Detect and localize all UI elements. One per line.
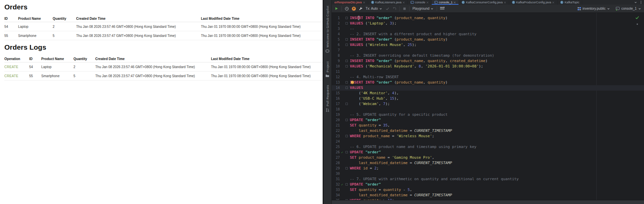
code-line-31[interactable]: 31-- 7. UPDATE with arithmetic on quanti… <box>332 176 644 182</box>
table-cell: 2 <box>73 65 95 69</box>
code-line-8[interactable]: 8-- 3. INSERT overriding one default tim… <box>332 53 644 58</box>
code-line-19[interactable]: 19-- 5. UPDATE quantity for a specific p… <box>332 112 644 117</box>
gutter-spacer <box>340 85 344 91</box>
fold-marker-icon[interactable] <box>344 134 348 139</box>
code-line-3[interactable]: 3-- <box>332 26 644 32</box>
stripe-label: Project <box>326 61 329 72</box>
close-icon[interactable] <box>504 1 506 4</box>
close-icon[interactable] <box>402 1 405 4</box>
class-icon: C <box>371 1 374 4</box>
close-icon[interactable] <box>552 1 554 4</box>
code-line-24[interactable]: 24 <box>332 139 644 144</box>
table-cell: Laptop <box>18 25 53 29</box>
fold-marker-icon[interactable] <box>344 15 348 21</box>
editor-tab-KafkaProducerConfig.java[interactable]: CKafkaProducerConfig.java <box>509 0 558 5</box>
code-text: INSERT INTO "order" (product_name, quant… <box>350 37 447 42</box>
code-line-4[interactable]: 4-- 2. INSERT with a different product a… <box>332 32 644 37</box>
postgres-icon[interactable]: P <box>352 7 356 11</box>
code-line-18[interactable]: 18 <box>332 107 644 112</box>
tabs: erResponseDto.javaCKafkaListeners.javaco… <box>332 0 582 5</box>
fold-marker-icon[interactable] <box>344 58 348 64</box>
hidden-tabs-chevron-icon[interactable] <box>634 1 637 4</box>
code-line-22[interactable]: 22 last_modified_datetime = CURRENT_TIME… <box>332 128 644 134</box>
tx-mode-dropdown[interactable]: Tx: Auto <box>366 7 382 10</box>
stripe-item-copilot[interactable]: Welcome to GitHub Copilot <box>323 1 331 53</box>
gutter-spacer <box>340 42 344 48</box>
code-line-15[interactable]: 15 ('4K Monitor', 4), <box>332 91 644 96</box>
editor-tab-console_1[interactable]: console_1 <box>432 0 459 5</box>
code-line-14[interactable]: 14VALUES <box>332 85 644 91</box>
fold-marker-icon[interactable] <box>344 64 348 69</box>
rollback-button[interactable] <box>392 7 396 11</box>
code-line-20[interactable]: 20UPDATE "order" <box>332 117 644 123</box>
code-line-11[interactable]: 11 <box>332 69 644 74</box>
code-line-12[interactable]: 12-- 4. Multi-row INSERT <box>332 74 644 80</box>
fold-marker-icon[interactable] <box>344 21 348 26</box>
fold-marker-icon[interactable] <box>344 42 348 48</box>
fold-marker-icon[interactable] <box>344 182 348 187</box>
editor-tab-KafkaListeners.java[interactable]: CKafkaListeners.java <box>368 0 408 5</box>
editor-tab-KafkaTopic[interactable]: CKafkaTopic <box>557 0 582 5</box>
close-icon[interactable] <box>453 1 456 4</box>
code-line-28[interactable]: 28 last_modified_datetime = CURRENT_TIME… <box>332 160 644 166</box>
close-icon[interactable] <box>363 1 365 4</box>
fold-marker-icon[interactable] <box>344 150 348 155</box>
code-line-5[interactable]: 5INSERT INTO "order" (product_name, quan… <box>332 37 644 42</box>
console-session-selector[interactable]: console_1 <box>615 6 641 11</box>
fold-marker-icon[interactable] <box>344 37 348 42</box>
table-cell: Thu Jan 08 2026 23:57:46 GMT+0800 (Hong … <box>95 65 211 69</box>
playground-dropdown[interactable]: Playground <box>413 7 434 10</box>
gutter-spacer <box>340 48 344 53</box>
code-line-23[interactable]: 23WHERE product_name = 'Wireless Mouse'; <box>332 134 644 139</box>
run-button[interactable] <box>335 7 338 10</box>
editor-tab-erResponseDto.java[interactable]: erResponseDto.java <box>332 0 368 5</box>
stop-button[interactable] <box>403 7 406 10</box>
code-line-34[interactable]: 34 last_modified_datetime = CURRENT_TIME… <box>332 193 644 198</box>
fold-marker-icon[interactable] <box>344 101 348 107</box>
commit-button[interactable] <box>385 7 389 11</box>
stripe-item-project[interactable]: Project <box>323 59 331 78</box>
schema-selector[interactable]: inventory.public <box>577 7 610 11</box>
code-line-7[interactable]: 7 <box>332 48 644 53</box>
fold-marker-icon[interactable] <box>344 166 348 171</box>
code-line-21[interactable]: 21SET quantity = 35, <box>332 123 644 128</box>
gutter-spacer <box>344 69 348 74</box>
tab-label: KafkaListeners.java <box>375 0 402 5</box>
fold-marker-icon[interactable] <box>344 117 348 123</box>
code-line-17[interactable]: 17 ('Webcam', 7); <box>332 101 644 107</box>
line-number: 7 <box>332 48 340 53</box>
in-editor-results-toggle[interactable] <box>440 7 444 10</box>
code-line-25[interactable]: 25-- 6. UPDATE product name and timestam… <box>332 144 644 150</box>
code-line-33[interactable]: 33SET quantity = quantity - 5, <box>332 187 644 193</box>
code-line-10[interactable]: 10VALUES ('Mechanical Keyboard', 8, '202… <box>332 64 644 69</box>
editor-tab-KafkaConsumerConfig.java[interactable]: CKafkaConsumerConfig.java <box>459 0 509 5</box>
settings-wrench-button[interactable] <box>359 7 363 10</box>
gutter-spacer <box>340 80 344 85</box>
intention-bulb-icon[interactable] <box>351 81 354 84</box>
code-text: WHERE id = 2; <box>350 166 379 171</box>
code-line-27[interactable]: 27SET product_name = 'Gaming Mouse Pro', <box>332 155 644 160</box>
code-line-13[interactable]: 13INSERT INTO "order" (product_name, qua… <box>332 80 644 85</box>
stripe-item-pull-requests[interactable]: Pull Requests <box>323 85 331 112</box>
close-icon[interactable] <box>426 1 429 4</box>
gutter-spacer <box>344 171 348 176</box>
code-line-26[interactable]: 26✓UPDATE "order" <box>332 150 644 155</box>
code-line-1[interactable]: 1INSERT INTO "order" (product_name, quan… <box>332 15 644 21</box>
tab-options-kebab-icon[interactable] <box>639 0 643 4</box>
code-line-29[interactable]: 29WHERE id = 2; <box>332 166 644 171</box>
column-header: ID <box>4 17 18 20</box>
editor-tab-console[interactable]: console <box>408 0 432 5</box>
code-line-32[interactable]: 32✓UPDATE "order" <box>332 182 644 187</box>
code-line-6[interactable]: 6VALUES ('Wireless Mouse', 25); <box>332 42 644 48</box>
inspections-ok-icon[interactable] <box>635 16 639 19</box>
history-button[interactable] <box>345 7 349 11</box>
code-line-9[interactable]: 9INSERT INTO "order" (product_name, quan… <box>332 58 644 64</box>
code-text: ('4K Monitor', 4), <box>350 91 399 96</box>
sql-editor[interactable]: 1INSERT INTO "order" (product_name, quan… <box>332 13 644 200</box>
code-line-2[interactable]: 2VALUES ('Laptop', 3); <box>332 21 644 26</box>
code-line-30[interactable]: 30 <box>332 171 644 176</box>
table-row: CREATE54Laptop2Thu Jan 08 2026 23:57:46 … <box>4 62 323 71</box>
fold-marker-icon[interactable] <box>344 85 348 91</box>
code-line-16[interactable]: 16 ('USB-C Hub', 15), <box>332 96 644 101</box>
fold-marker-icon[interactable] <box>344 80 348 85</box>
